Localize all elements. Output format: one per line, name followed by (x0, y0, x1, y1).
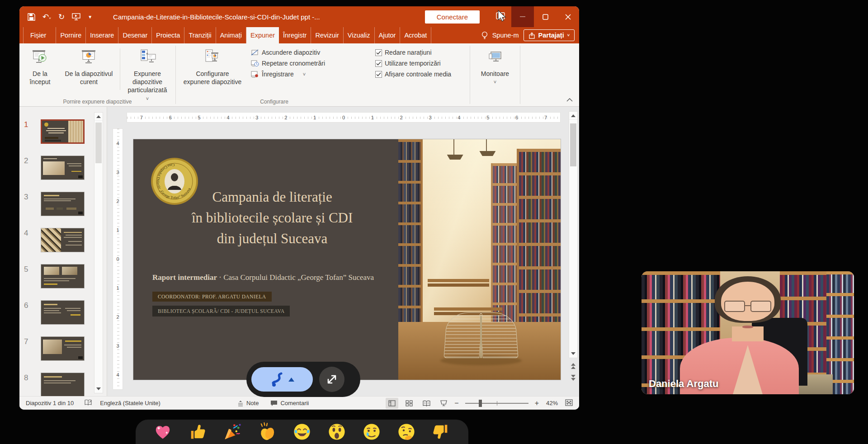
slideshow-view-button[interactable] (437, 398, 450, 409)
proofing-icon[interactable] (85, 399, 93, 407)
participant-name-label: Daniela Argatu (649, 378, 718, 390)
thumbs-down-emoji[interactable] (431, 422, 451, 442)
start-slideshow-icon[interactable] (72, 13, 80, 20)
scrollbar-thumb[interactable] (95, 123, 102, 163)
face-joy-emoji[interactable] (292, 422, 312, 442)
slide-title[interactable]: Campania de literație în bibliotecile șc… (146, 187, 398, 249)
share-button[interactable]: Partajați ˅ (524, 29, 575, 41)
show-media-controls-checkbox[interactable]: Afișare controale media (375, 71, 467, 78)
expand-button[interactable] (319, 367, 344, 392)
sparkling-heart-emoji[interactable] (153, 422, 173, 442)
reading-view-button[interactable] (420, 398, 433, 409)
slide-thumbnail[interactable] (41, 192, 85, 216)
scroll-up-arrow[interactable] (94, 113, 103, 121)
v-ruler-number: 0 (116, 256, 119, 262)
zoom-slider-thumb[interactable] (479, 400, 482, 407)
comments-button[interactable]: Comentarii (270, 400, 309, 406)
face-astonished-emoji[interactable] (327, 422, 347, 442)
tab-expunere-selected[interactable]: Expuner (246, 27, 279, 43)
tab-inregistrare[interactable]: Înregistr (279, 27, 311, 43)
hide-slide-button[interactable]: Ascundere diapozitiv (251, 49, 325, 56)
close-button[interactable] (557, 6, 579, 27)
tell-me-control[interactable]: Spune-m (481, 31, 519, 40)
library-illustration (398, 139, 561, 380)
collapse-ribbon-button[interactable] (566, 95, 573, 104)
from-current-slide-button[interactable]: De la diapozitivul curent (60, 46, 118, 88)
slide-thumbnail[interactable] (41, 373, 85, 396)
zoom-out-button[interactable]: − (454, 399, 458, 407)
clapping-hands-emoji[interactable] (257, 422, 277, 442)
editor-scrollbar[interactable] (569, 111, 578, 358)
slide-number: 1 (24, 120, 28, 129)
slide-sorter-view-button[interactable] (403, 398, 415, 409)
tab-acrobat[interactable]: Acrobat (400, 27, 431, 43)
glasses (724, 301, 771, 312)
pen-tool-button[interactable] (251, 367, 313, 392)
record-button[interactable]: Înregistrare ˅ (251, 71, 325, 78)
group-label-start: Pornire expunere diapozitive (19, 99, 175, 105)
vertical-ruler[interactable]: 432101234 (113, 128, 123, 390)
tab-fisier[interactable]: Fișier (23, 27, 53, 43)
coordinator-textbox[interactable]: COORDONATOR: PROF. ARGATU DANIELA (152, 292, 272, 302)
pen-dropdown-triangle[interactable] (288, 378, 294, 382)
tab-desenare[interactable]: Desenar (118, 27, 152, 43)
scroll-down-arrow[interactable] (569, 350, 577, 358)
group-label-configure: Configurare (176, 99, 373, 105)
face-crying-emoji[interactable] (362, 422, 382, 442)
setup-slideshow-button[interactable]: Configurare expunere diapozitive (179, 46, 246, 88)
undo-icon[interactable]: ↶˅ (42, 12, 51, 22)
slide-thumbnail[interactable] (41, 228, 85, 252)
language-indicator[interactable]: Engleză (Statele Unite) (100, 400, 160, 406)
rehearse-timings-button[interactable]: Repetare cronometrări (251, 60, 325, 67)
play-narrations-checkbox[interactable]: Redare narațiuni (375, 49, 467, 56)
tab-tranzitii[interactable]: Tranziții (184, 27, 216, 43)
zoom-level[interactable]: 42% (546, 400, 558, 406)
scrollbar-thumb[interactable] (570, 123, 576, 166)
tab-pornire[interactable]: Pornire (56, 27, 86, 43)
notes-button[interactable]: Note (237, 400, 259, 406)
slide-subtitle[interactable]: Raport intermediar · Casa Corpului Didac… (152, 273, 406, 282)
thumbnail-scrollbar[interactable] (94, 112, 103, 393)
fit-to-window-button[interactable] (565, 399, 573, 407)
from-start-button[interactable]: De la început (22, 46, 58, 88)
zoom-in-button[interactable]: + (535, 399, 539, 407)
tab-animatii[interactable]: Animați (216, 27, 246, 43)
thumbs-up-emoji[interactable] (188, 422, 208, 442)
redo-icon[interactable]: ↻ (58, 12, 65, 22)
horizontal-ruler[interactable]: 765432101234567 (127, 112, 561, 123)
scroll-down-arrow[interactable] (94, 385, 103, 393)
slide-thumbnail[interactable] (41, 300, 85, 325)
zoom-slider[interactable] (465, 403, 528, 404)
connect-button[interactable]: Conectare (425, 10, 480, 24)
maximize-button[interactable] (534, 6, 557, 27)
custom-slideshow-button[interactable]: Expunere diapozitive particularizată ˅ (122, 46, 173, 104)
party-popper-emoji[interactable] (222, 422, 242, 442)
tab-proiectare[interactable]: Proiecta (152, 27, 184, 43)
record-dropdown-chevron[interactable]: ˅ (303, 71, 306, 77)
tab-revizuire[interactable]: Revizuir (311, 27, 343, 43)
qat-customize-icon[interactable]: ▼ (88, 14, 92, 19)
slide-thumbnail-selected[interactable] (41, 119, 85, 144)
scroll-up-arrow[interactable] (569, 112, 577, 120)
slide-thumbnail[interactable] (41, 264, 85, 288)
v-ruler-number: 4 (116, 372, 119, 378)
slide-number: 4 (24, 229, 28, 238)
slide-canvas[interactable]: Casa Corpului Didactic „George Tofan” Su… (133, 139, 561, 380)
tab-ajutor[interactable]: Ajutor (375, 27, 401, 43)
next-slide-button[interactable] (569, 373, 578, 383)
tab-vizualizare[interactable]: Vizualiz (344, 27, 375, 43)
normal-view-button[interactable] (386, 398, 398, 409)
save-icon[interactable] (28, 13, 35, 21)
minimize-button[interactable] (511, 6, 534, 27)
tab-inserare[interactable]: Inserare (86, 27, 118, 43)
monitors-button[interactable]: Monitoare ˅ (477, 46, 513, 88)
library-textbox[interactable]: BIBLIOTECA ȘCOLARĂ/ CDI - JUDEȚUL SUCEAV… (152, 306, 290, 316)
expand-arrows-icon (326, 373, 338, 385)
previous-slide-button[interactable] (569, 361, 578, 371)
slide-thumbnail[interactable] (41, 156, 85, 180)
face-thinking-emoji[interactable] (396, 422, 416, 442)
webcam-tile[interactable]: Daniela Argatu (642, 271, 854, 394)
slide-thumbnail[interactable] (41, 336, 85, 361)
use-timings-checkbox[interactable]: Utilizare temporizări (375, 60, 467, 67)
from-start-icon (30, 48, 49, 68)
